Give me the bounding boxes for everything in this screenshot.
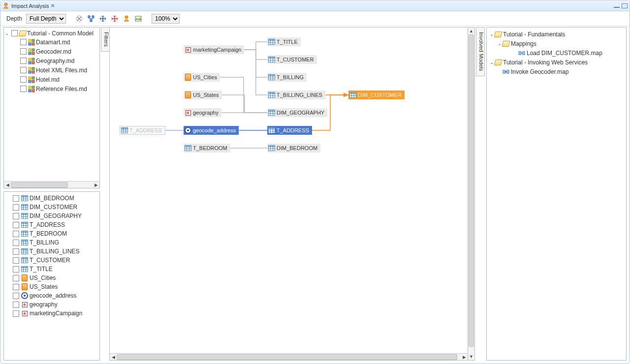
checkbox[interactable] — [13, 213, 19, 219]
tree-item[interactable]: Geography.md — [13, 57, 99, 65]
close-tab-icon[interactable]: ✕ — [51, 3, 55, 8]
svg-rect-108 — [269, 110, 275, 112]
tree-item[interactable]: ⌄ Tutorial - Fundamentals — [487, 30, 626, 38]
svg-rect-25 — [32, 77, 34, 79]
tree-item[interactable]: Reference Files.md — [13, 85, 99, 93]
diagram-node[interactable]: T_BEDROOM — [184, 144, 230, 152]
tree-item[interactable]: Hotel.md — [13, 75, 99, 84]
diagram-node[interactable]: geocode_address — [184, 126, 239, 135]
tree-item[interactable]: Hotel XML Files.md — [13, 66, 99, 74]
diagram-node[interactable]: T_ADDRESS — [120, 126, 165, 135]
checkbox[interactable] — [13, 266, 19, 273]
diagram-node[interactable]: T_TITLE — [267, 37, 301, 46]
checkbox[interactable] — [13, 284, 19, 290]
diagram-node[interactable]: US_Cities — [184, 73, 220, 82]
filter-item[interactable]: e marketingCampaign — [4, 309, 99, 318]
canvas-hscrollbar[interactable]: ◀ ▶ — [110, 353, 468, 360]
diagram-node[interactable]: egeography — [184, 108, 221, 117]
tree-item[interactable]: Invoke Geocoder.map — [495, 67, 626, 76]
model-icon — [28, 58, 35, 64]
table-icon — [21, 212, 28, 219]
checkbox[interactable] — [20, 67, 27, 73]
checkbox[interactable] — [13, 222, 19, 228]
filter-item[interactable]: DIM_CUSTOMER — [4, 203, 99, 212]
tree-item[interactable]: ⌄ Mappings — [495, 39, 626, 48]
checkbox[interactable] — [13, 293, 19, 299]
tree-item[interactable]: ⌄ Tutorial - Invoking Web Services — [487, 58, 626, 66]
zoom-select[interactable]: 100% — [152, 14, 180, 24]
checkbox[interactable] — [13, 195, 19, 202]
diagram-node[interactable]: emarketingCampaign — [184, 45, 244, 54]
scroll-down-icon[interactable]: ▼ — [468, 353, 474, 360]
svg-rect-30 — [29, 90, 31, 92]
filter-item[interactable]: T_TITLE — [4, 265, 99, 273]
filter-list[interactable]: DIM_BEDROOM DIM_CUSTOMER DIM_GEOGRAPHY T… — [4, 192, 99, 320]
toolbar-tree-icon[interactable] — [87, 14, 95, 23]
checkbox[interactable] — [13, 257, 19, 264]
checkbox[interactable] — [20, 58, 27, 64]
model-tree[interactable]: ⌄ Tutorial - Common Model Datamart.md Ge… — [4, 28, 99, 181]
checkbox[interactable] — [13, 275, 19, 281]
toolbar-person-icon[interactable] — [122, 14, 131, 23]
diagram-node[interactable]: DIM_BEDROOM — [267, 144, 320, 152]
diagram-canvas[interactable]: T_ADDRESSemarketingCampaignUS_CitiesUS_S… — [110, 28, 468, 353]
chevron-down-icon[interactable]: ⌄ — [4, 30, 10, 36]
toolbar-refresh-icon[interactable] — [75, 14, 84, 23]
filter-item[interactable]: T_BILLING_LINES — [4, 247, 99, 256]
toolbar-image-icon[interactable] — [134, 14, 143, 23]
scroll-right-icon[interactable]: ▶ — [93, 182, 99, 188]
filter-item[interactable]: DIM_BEDROOM — [4, 194, 99, 203]
toolbar-collapse-icon[interactable] — [110, 14, 119, 23]
diagram-node[interactable]: T_BILLING — [267, 73, 307, 82]
target-icon — [21, 292, 28, 299]
checkbox[interactable] — [13, 231, 19, 237]
diagram-node[interactable]: US_States — [184, 91, 222, 99]
checkbox[interactable] — [13, 240, 19, 246]
diagram-node[interactable]: T_ADDRESS — [267, 126, 312, 135]
filter-item[interactable]: geocode_address — [4, 291, 99, 300]
minimize-button[interactable] — [614, 7, 620, 8]
filter-item[interactable]: US_Cities — [4, 273, 99, 282]
table-icon — [268, 38, 275, 45]
diagram-node[interactable]: DIM_GEOGRAPHY — [267, 108, 327, 117]
involved-models-sidetab[interactable]: Involved Models — [476, 27, 485, 76]
scroll-up-icon[interactable]: ▲ — [468, 28, 474, 34]
diagram-node[interactable]: T_BILLING_LINES — [267, 91, 325, 99]
checkbox[interactable] — [20, 48, 27, 55]
filters-sidetab[interactable]: Filters — [101, 27, 110, 52]
depth-select[interactable]: Full Depth — [26, 14, 66, 24]
filter-item[interactable]: e geography — [4, 300, 99, 309]
filter-item[interactable]: T_ADDRESS — [4, 220, 99, 229]
tree-item[interactable]: Datamart.md — [13, 38, 99, 46]
filter-item[interactable]: US_States — [4, 282, 99, 291]
maximize-button[interactable] — [622, 3, 628, 8]
scroll-left-icon[interactable]: ◀ — [110, 354, 117, 361]
filter-item[interactable]: T_CUSTOMER — [4, 256, 99, 265]
hscrollbar[interactable]: ◀ ▶ — [4, 181, 99, 188]
checkbox[interactable] — [13, 248, 19, 255]
filter-item[interactable]: T_BILLING — [4, 238, 99, 247]
checkbox[interactable] — [13, 302, 19, 308]
diagram-node[interactable]: DIM_CUSTOMER — [348, 91, 405, 99]
tree-item[interactable]: Load DIM_CUSTOMER.map — [510, 49, 626, 57]
scroll-right-icon[interactable]: ▶ — [461, 354, 468, 361]
checkbox[interactable] — [20, 86, 27, 92]
checkbox[interactable] — [20, 39, 27, 45]
svg-rect-19 — [32, 61, 34, 64]
checkbox[interactable] — [13, 204, 19, 211]
tree-item[interactable]: Geocoder.md — [13, 47, 99, 56]
toolbar-expand-icon[interactable] — [98, 14, 107, 23]
filter-item[interactable]: T_BEDROOM — [4, 229, 99, 238]
filter-item[interactable]: DIM_GEOGRAPHY — [4, 212, 99, 220]
tree-root[interactable]: ⌄ Tutorial - Common Model — [4, 29, 99, 37]
svg-rect-118 — [269, 146, 275, 147]
checkbox[interactable] — [20, 76, 27, 83]
checkbox[interactable] — [11, 30, 18, 36]
file-orange-icon — [185, 91, 191, 98]
scroll-left-icon[interactable]: ◀ — [4, 182, 11, 188]
table-icon — [185, 145, 191, 152]
diagram-node[interactable]: T_CUSTOMER — [267, 55, 317, 64]
involved-models-tree[interactable]: ⌄ Tutorial - Fundamentals ⌄ Mappings Loa… — [487, 29, 626, 77]
canvas-vscrollbar[interactable]: ▲ ▼ — [468, 27, 475, 361]
checkbox[interactable] — [13, 310, 19, 317]
